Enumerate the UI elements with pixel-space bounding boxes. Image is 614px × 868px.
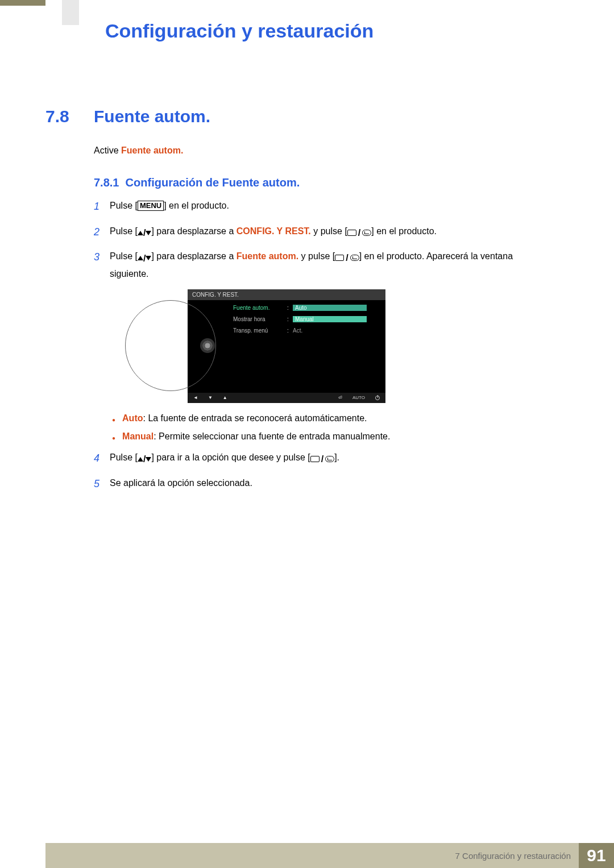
bullet-icon: ● <box>112 417 115 423</box>
osd-label: Transp. menú <box>233 327 287 334</box>
step-num: 5 <box>94 475 110 493</box>
step-num: 4 <box>94 450 110 467</box>
tab-marker <box>62 0 79 25</box>
colon: : <box>287 305 293 311</box>
auto-button-label: AUTO <box>352 395 365 400</box>
active-feature: Fuente autom. <box>121 146 183 155</box>
text: ] en el producto. <box>164 201 229 210</box>
osd-label: Fuente autom. <box>233 305 287 311</box>
active-feature-line: Active Fuente autom. <box>94 146 183 156</box>
source-enter-icon: / <box>335 250 359 265</box>
osd-header: CONFIG. Y REST. <box>188 289 385 300</box>
step-5: 5 Se aplicará la opción seleccionada. <box>94 475 549 493</box>
footer: 7 Configuración y restauración 91 <box>0 843 614 868</box>
step-body: Pulse [/] para ir a la opción que desee … <box>110 450 549 467</box>
subsection-number: 7.8.1 <box>94 176 119 189</box>
gear-icon <box>202 340 213 351</box>
up-down-arrow-icon: / <box>138 225 151 240</box>
active-prefix: Active <box>94 146 121 155</box>
bullet-text: Manual: Permite seleccionar una fuente d… <box>122 431 390 442</box>
text: : Permite seleccionar una fuente de entr… <box>154 431 390 441</box>
colon: : <box>287 316 293 322</box>
footer-bar: 7 Configuración y restauración <box>45 843 579 868</box>
source-enter-icon: / <box>310 451 334 467</box>
text: Pulse [ <box>110 452 138 462</box>
osd-row-fuente: Fuente autom. : Auto <box>233 304 380 313</box>
target-text: CONFIG. Y REST. <box>237 226 311 236</box>
section-number: 7.8 <box>45 107 69 126</box>
menu-button-icon: MENU <box>138 201 164 211</box>
up-down-arrow-icon: / <box>138 451 151 467</box>
text: ] para ir a la opción que desee y pulse … <box>151 452 310 462</box>
step-4: 4 Pulse [/] para ir a la opción que dese… <box>94 450 549 467</box>
text: Pulse [ <box>110 201 138 210</box>
step-body: Pulse [/] para desplazarse a CONFIG. Y R… <box>110 223 549 241</box>
bullet-label: Manual <box>122 431 154 441</box>
osd-option-selected: Auto <box>293 305 367 311</box>
bullet-label: Auto <box>122 413 143 423</box>
enter-icon: ⏎ <box>338 395 342 400</box>
chapter-title: Configuración y restauración <box>105 20 374 42</box>
osd-value: Act. <box>293 327 302 334</box>
text: Pulse [ <box>110 251 138 261</box>
osd-label: Mostrar hora <box>233 316 287 322</box>
osd-left-panel <box>188 300 227 391</box>
footer-chapter-ref: 7 Configuración y restauración <box>455 851 571 861</box>
osd-option: Manual <box>293 316 367 322</box>
osd-nav-left: ◄ ▼ ▲ <box>193 395 227 400</box>
left-arrow-icon: ◄ <box>193 395 198 400</box>
subsection-title-text: Configuración de Fuente autom. <box>126 176 300 189</box>
bullet-icon: ● <box>112 435 115 442</box>
bullet-list: ● Auto: La fuente de entrada se reconoce… <box>112 413 549 442</box>
bullet-auto: ● Auto: La fuente de entrada se reconoce… <box>112 413 549 423</box>
osd-nav-bar: ◄ ▼ ▲ ⏎ AUTO <box>188 393 385 403</box>
text: Pulse [ <box>110 226 138 236</box>
step-num: 2 <box>94 223 110 241</box>
step-body: Pulse [/] para desplazarse a Fuente auto… <box>110 248 549 281</box>
bullet-text: Auto: La fuente de entrada se reconocerá… <box>122 413 367 423</box>
section-title: Fuente autom. <box>94 107 210 126</box>
colon: : <box>287 327 293 334</box>
text: ]. <box>334 452 339 462</box>
text: ] para desplazarse a <box>151 251 236 261</box>
steps-list: 1 Pulse [MENU] en el producto. 2 Pulse [… <box>94 198 549 500</box>
top-stripe <box>0 0 45 6</box>
step-3: 3 Pulse [/] para desplazarse a Fuente au… <box>94 248 549 281</box>
osd-nav-right: ⏎ AUTO <box>338 395 380 400</box>
power-icon <box>375 396 380 400</box>
step-num: 1 <box>94 198 110 215</box>
step-2: 2 Pulse [/] para desplazarse a CONFIG. Y… <box>94 223 549 241</box>
text: ] en el producto. <box>371 226 437 236</box>
text: : La fuente de entrada se reconocerá aut… <box>143 413 367 423</box>
step-num: 3 <box>94 248 110 266</box>
osd-row-transp: Transp. menú : Act. <box>233 326 380 335</box>
step-body: Se aplicará la opción seleccionada. <box>110 475 549 491</box>
text: ] para desplazarse a <box>151 226 236 236</box>
text: y pulse [ <box>311 226 347 236</box>
step-1: 1 Pulse [MENU] en el producto. <box>94 198 549 215</box>
osd-menu: Fuente autom. : Auto Mostrar hora : Manu… <box>227 300 385 391</box>
osd-body: Fuente autom. : Auto Mostrar hora : Manu… <box>188 300 385 391</box>
target-text: Fuente autom. <box>237 251 298 261</box>
source-enter-icon: / <box>347 225 371 240</box>
up-arrow-icon: ▲ <box>223 395 227 400</box>
text: y pulse [ <box>298 251 335 261</box>
up-down-arrow-icon: / <box>138 251 151 266</box>
subsection-title: 7.8.1 Configuración de Fuente autom. <box>94 176 300 189</box>
step-body: Pulse [MENU] en el producto. <box>110 198 549 213</box>
bullet-manual: ● Manual: Permite seleccionar una fuente… <box>112 431 549 442</box>
osd-row-option: Mostrar hora : Manual <box>233 315 380 324</box>
osd-screenshot: CONFIG. Y REST. Fuente autom. : Auto Mos… <box>188 289 385 403</box>
page-number: 91 <box>579 843 614 868</box>
down-arrow-icon: ▼ <box>208 395 213 400</box>
